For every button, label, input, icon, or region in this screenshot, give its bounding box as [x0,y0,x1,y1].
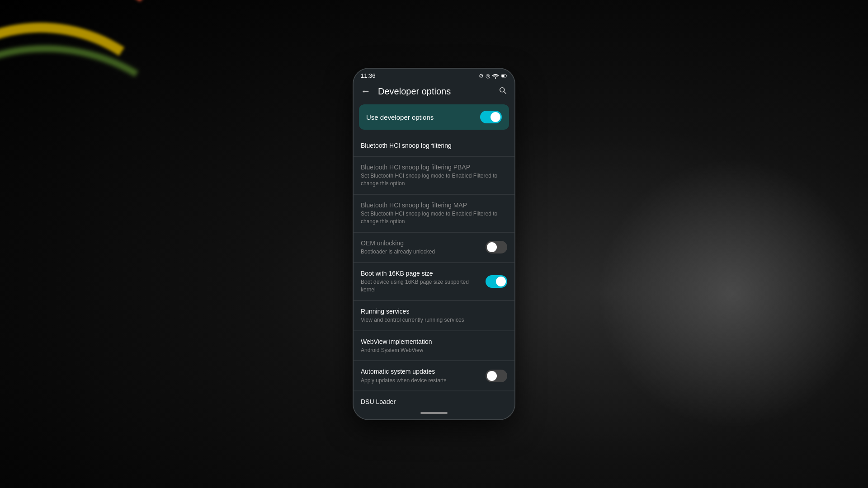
setting-text: Bluetooth HCI snoop log filtering MAP Se… [361,201,507,225]
setting-title: WebView implementation [361,338,504,346]
setting-subtitle: View and control currently running servi… [361,316,504,324]
status-bar: 11:36 ⚙ ◎ [354,69,514,82]
setting-title: OEM unlocking [361,239,482,247]
back-button[interactable]: ← [361,85,371,97]
setting-subtitle: Bootloader is already unlocked [361,248,482,256]
bottom-line [420,412,448,414]
svg-point-0 [495,77,496,79]
toggle-knob [487,371,497,381]
setting-title: Running services [361,307,504,315]
svg-point-4 [500,87,505,92]
setting-oem-unlocking[interactable]: OEM unlocking Bootloader is already unlo… [354,233,514,263]
setting-subtitle: Set Bluetooth HCI snoop log mode to Enab… [361,172,504,188]
setting-running-services[interactable]: Running services View and control curren… [354,301,514,331]
svg-rect-2 [502,75,505,77]
setting-bt-hci-filtering[interactable]: Bluetooth HCI snoop log filtering [354,135,514,156]
boot-16kb-toggle[interactable] [486,275,507,288]
setting-text: Bluetooth HCI snoop log filtering [361,141,507,150]
dev-options-card[interactable]: Use developer options [359,104,509,130]
toggle-knob [491,112,500,122]
setting-title: Boot with 16KB page size [361,269,482,277]
setting-bt-hci-pbap[interactable]: Bluetooth HCI snoop log filtering PBAP S… [354,157,514,194]
status-icons: ⚙ ◎ [479,73,507,79]
setting-bt-hci-map[interactable]: Bluetooth HCI snoop log filtering MAP Se… [354,195,514,232]
setting-title: Automatic system updates [361,367,482,375]
dev-options-label: Use developer options [366,113,434,121]
setting-subtitle: Boot device using 16KB page size support… [361,278,482,294]
setting-title: Bluetooth HCI snoop log filtering [361,141,504,150]
phone-frame: 11:36 ⚙ ◎ ← Developer [353,68,515,420]
setting-text: Bluetooth HCI snoop log filtering PBAP S… [361,163,507,188]
setting-dsu-loader[interactable]: DSU Loader [354,391,514,404]
setting-subtitle: Android System WebView [361,347,504,354]
status-time: 11:36 [361,72,376,79]
toggle-knob [487,242,497,252]
svg-rect-3 [506,75,507,76]
setting-subtitle: Apply updates when device restarts [361,377,482,385]
toolbar: ← Developer options [354,82,514,101]
svg-line-5 [504,91,506,94]
glow-right [597,158,868,429]
setting-webview[interactable]: WebView implementation Android System We… [354,331,514,361]
setting-text: OEM unlocking Bootloader is already unlo… [361,239,486,256]
setting-title: Bluetooth HCI snoop log filtering MAP [361,201,504,209]
setting-text: WebView implementation Android System We… [361,338,507,354]
oem-toggle[interactable] [486,241,507,253]
search-button[interactable] [498,86,507,97]
wifi-icon [492,73,499,79]
setting-subtitle: Set Bluetooth HCI snoop log mode to Enab… [361,210,504,225]
phone-body: 11:36 ⚙ ◎ ← Developer [354,69,514,419]
bottom-indicator [354,404,514,419]
setting-auto-updates[interactable]: Automatic system updates Apply updates w… [354,361,514,391]
settings-status-icon: ⚙ [479,73,484,79]
settings-list: Use developer options Bluetooth HCI snoo… [354,101,514,404]
setting-text: Boot with 16KB page size Boot device usi… [361,269,486,294]
toggle-knob [496,277,506,286]
page-title: Developer options [378,86,498,97]
setting-text: DSU Loader [361,398,507,404]
location-status-icon: ◎ [486,73,490,79]
battery-icon [501,73,507,79]
setting-title: Bluetooth HCI snoop log filtering PBAP [361,163,504,171]
setting-title: DSU Loader [361,398,504,404]
setting-text: Automatic system updates Apply updates w… [361,367,486,384]
setting-boot-16kb[interactable]: Boot with 16KB page size Boot device usi… [354,263,514,300]
setting-text: Running services View and control curren… [361,307,507,324]
dev-options-toggle[interactable] [480,111,502,123]
auto-updates-toggle[interactable] [486,370,507,382]
